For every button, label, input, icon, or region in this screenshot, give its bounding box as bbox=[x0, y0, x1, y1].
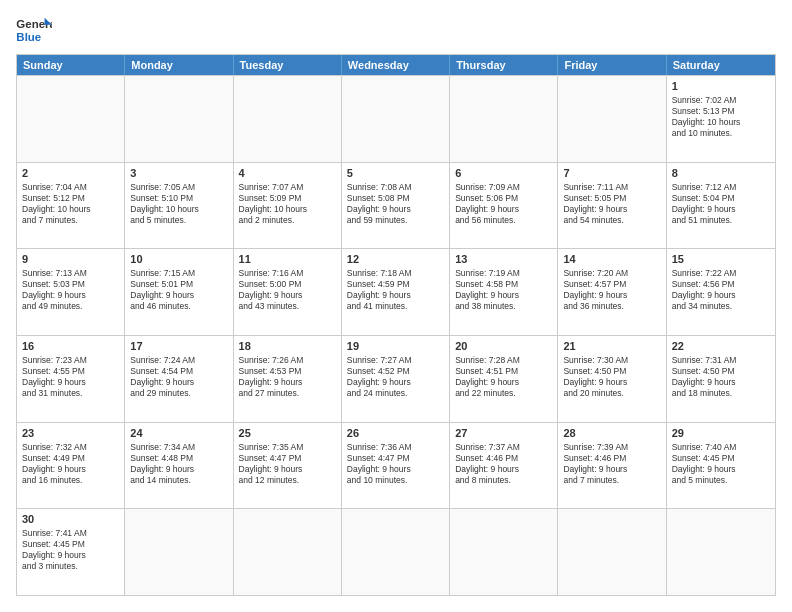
calendar-day-cell: 28Sunrise: 7:39 AM Sunset: 4:46 PM Dayli… bbox=[558, 423, 666, 509]
calendar-day-cell bbox=[125, 76, 233, 162]
calendar-day-cell bbox=[342, 76, 450, 162]
calendar-week-row: 2Sunrise: 7:04 AM Sunset: 5:12 PM Daylig… bbox=[17, 162, 775, 249]
calendar-day-cell: 23Sunrise: 7:32 AM Sunset: 4:49 PM Dayli… bbox=[17, 423, 125, 509]
day-info: Sunrise: 7:24 AM Sunset: 4:54 PM Dayligh… bbox=[130, 355, 227, 399]
day-number: 9 bbox=[22, 252, 119, 267]
day-info: Sunrise: 7:13 AM Sunset: 5:03 PM Dayligh… bbox=[22, 268, 119, 312]
calendar-day-cell: 22Sunrise: 7:31 AM Sunset: 4:50 PM Dayli… bbox=[667, 336, 775, 422]
day-number: 12 bbox=[347, 252, 444, 267]
calendar-day-cell bbox=[234, 76, 342, 162]
calendar-day-cell: 1Sunrise: 7:02 AM Sunset: 5:13 PM Daylig… bbox=[667, 76, 775, 162]
day-info: Sunrise: 7:31 AM Sunset: 4:50 PM Dayligh… bbox=[672, 355, 770, 399]
calendar-day-cell: 18Sunrise: 7:26 AM Sunset: 4:53 PM Dayli… bbox=[234, 336, 342, 422]
day-info: Sunrise: 7:22 AM Sunset: 4:56 PM Dayligh… bbox=[672, 268, 770, 312]
weekday-header-thursday: Thursday bbox=[450, 55, 558, 75]
day-info: Sunrise: 7:05 AM Sunset: 5:10 PM Dayligh… bbox=[130, 182, 227, 226]
calendar-week-row: 23Sunrise: 7:32 AM Sunset: 4:49 PM Dayli… bbox=[17, 422, 775, 509]
day-number: 24 bbox=[130, 426, 227, 441]
calendar-body: 1Sunrise: 7:02 AM Sunset: 5:13 PM Daylig… bbox=[17, 75, 775, 595]
day-info: Sunrise: 7:39 AM Sunset: 4:46 PM Dayligh… bbox=[563, 442, 660, 486]
calendar-day-cell bbox=[17, 76, 125, 162]
calendar-day-cell: 26Sunrise: 7:36 AM Sunset: 4:47 PM Dayli… bbox=[342, 423, 450, 509]
calendar-day-cell: 13Sunrise: 7:19 AM Sunset: 4:58 PM Dayli… bbox=[450, 249, 558, 335]
day-number: 10 bbox=[130, 252, 227, 267]
calendar-day-cell: 10Sunrise: 7:15 AM Sunset: 5:01 PM Dayli… bbox=[125, 249, 233, 335]
day-number: 26 bbox=[347, 426, 444, 441]
day-info: Sunrise: 7:30 AM Sunset: 4:50 PM Dayligh… bbox=[563, 355, 660, 399]
day-number: 30 bbox=[22, 512, 119, 527]
day-number: 17 bbox=[130, 339, 227, 354]
day-info: Sunrise: 7:08 AM Sunset: 5:08 PM Dayligh… bbox=[347, 182, 444, 226]
day-number: 6 bbox=[455, 166, 552, 181]
day-number: 8 bbox=[672, 166, 770, 181]
calendar-day-cell bbox=[450, 76, 558, 162]
day-info: Sunrise: 7:36 AM Sunset: 4:47 PM Dayligh… bbox=[347, 442, 444, 486]
day-info: Sunrise: 7:37 AM Sunset: 4:46 PM Dayligh… bbox=[455, 442, 552, 486]
calendar-day-cell: 20Sunrise: 7:28 AM Sunset: 4:51 PM Dayli… bbox=[450, 336, 558, 422]
day-info: Sunrise: 7:04 AM Sunset: 5:12 PM Dayligh… bbox=[22, 182, 119, 226]
logo: General Blue bbox=[16, 16, 52, 46]
day-number: 25 bbox=[239, 426, 336, 441]
calendar-day-cell bbox=[234, 509, 342, 595]
calendar-day-cell: 27Sunrise: 7:37 AM Sunset: 4:46 PM Dayli… bbox=[450, 423, 558, 509]
day-number: 7 bbox=[563, 166, 660, 181]
day-info: Sunrise: 7:35 AM Sunset: 4:47 PM Dayligh… bbox=[239, 442, 336, 486]
day-number: 28 bbox=[563, 426, 660, 441]
day-info: Sunrise: 7:28 AM Sunset: 4:51 PM Dayligh… bbox=[455, 355, 552, 399]
calendar-day-cell: 9Sunrise: 7:13 AM Sunset: 5:03 PM Daylig… bbox=[17, 249, 125, 335]
day-number: 11 bbox=[239, 252, 336, 267]
calendar-week-row: 16Sunrise: 7:23 AM Sunset: 4:55 PM Dayli… bbox=[17, 335, 775, 422]
day-number: 15 bbox=[672, 252, 770, 267]
day-info: Sunrise: 7:20 AM Sunset: 4:57 PM Dayligh… bbox=[563, 268, 660, 312]
weekday-header-tuesday: Tuesday bbox=[234, 55, 342, 75]
day-info: Sunrise: 7:11 AM Sunset: 5:05 PM Dayligh… bbox=[563, 182, 660, 226]
day-number: 5 bbox=[347, 166, 444, 181]
day-info: Sunrise: 7:26 AM Sunset: 4:53 PM Dayligh… bbox=[239, 355, 336, 399]
svg-text:Blue: Blue bbox=[16, 31, 41, 43]
day-info: Sunrise: 7:19 AM Sunset: 4:58 PM Dayligh… bbox=[455, 268, 552, 312]
calendar-day-cell bbox=[450, 509, 558, 595]
calendar-day-cell: 17Sunrise: 7:24 AM Sunset: 4:54 PM Dayli… bbox=[125, 336, 233, 422]
day-number: 4 bbox=[239, 166, 336, 181]
calendar-day-cell: 25Sunrise: 7:35 AM Sunset: 4:47 PM Dayli… bbox=[234, 423, 342, 509]
day-info: Sunrise: 7:41 AM Sunset: 4:45 PM Dayligh… bbox=[22, 528, 119, 572]
day-info: Sunrise: 7:27 AM Sunset: 4:52 PM Dayligh… bbox=[347, 355, 444, 399]
day-number: 2 bbox=[22, 166, 119, 181]
day-info: Sunrise: 7:07 AM Sunset: 5:09 PM Dayligh… bbox=[239, 182, 336, 226]
day-info: Sunrise: 7:15 AM Sunset: 5:01 PM Dayligh… bbox=[130, 268, 227, 312]
calendar-day-cell: 3Sunrise: 7:05 AM Sunset: 5:10 PM Daylig… bbox=[125, 163, 233, 249]
weekday-header-friday: Friday bbox=[558, 55, 666, 75]
day-number: 19 bbox=[347, 339, 444, 354]
calendar-day-cell: 4Sunrise: 7:07 AM Sunset: 5:09 PM Daylig… bbox=[234, 163, 342, 249]
day-number: 20 bbox=[455, 339, 552, 354]
day-info: Sunrise: 7:12 AM Sunset: 5:04 PM Dayligh… bbox=[672, 182, 770, 226]
day-number: 16 bbox=[22, 339, 119, 354]
calendar-day-cell bbox=[342, 509, 450, 595]
calendar-day-cell: 30Sunrise: 7:41 AM Sunset: 4:45 PM Dayli… bbox=[17, 509, 125, 595]
calendar-week-row: 1Sunrise: 7:02 AM Sunset: 5:13 PM Daylig… bbox=[17, 75, 775, 162]
day-number: 3 bbox=[130, 166, 227, 181]
calendar-day-cell: 2Sunrise: 7:04 AM Sunset: 5:12 PM Daylig… bbox=[17, 163, 125, 249]
calendar-day-cell bbox=[558, 509, 666, 595]
calendar-day-cell: 16Sunrise: 7:23 AM Sunset: 4:55 PM Dayli… bbox=[17, 336, 125, 422]
weekday-header-wednesday: Wednesday bbox=[342, 55, 450, 75]
calendar-header-row: SundayMondayTuesdayWednesdayThursdayFrid… bbox=[17, 55, 775, 75]
day-info: Sunrise: 7:40 AM Sunset: 4:45 PM Dayligh… bbox=[672, 442, 770, 486]
calendar-day-cell: 11Sunrise: 7:16 AM Sunset: 5:00 PM Dayli… bbox=[234, 249, 342, 335]
calendar-day-cell: 19Sunrise: 7:27 AM Sunset: 4:52 PM Dayli… bbox=[342, 336, 450, 422]
calendar-day-cell: 5Sunrise: 7:08 AM Sunset: 5:08 PM Daylig… bbox=[342, 163, 450, 249]
calendar-day-cell bbox=[667, 509, 775, 595]
day-number: 13 bbox=[455, 252, 552, 267]
calendar-day-cell: 29Sunrise: 7:40 AM Sunset: 4:45 PM Dayli… bbox=[667, 423, 775, 509]
day-number: 27 bbox=[455, 426, 552, 441]
weekday-header-sunday: Sunday bbox=[17, 55, 125, 75]
calendar-page: General Blue SundayMondayTuesdayWednesda… bbox=[0, 0, 792, 612]
day-info: Sunrise: 7:32 AM Sunset: 4:49 PM Dayligh… bbox=[22, 442, 119, 486]
day-info: Sunrise: 7:16 AM Sunset: 5:00 PM Dayligh… bbox=[239, 268, 336, 312]
weekday-header-saturday: Saturday bbox=[667, 55, 775, 75]
day-info: Sunrise: 7:02 AM Sunset: 5:13 PM Dayligh… bbox=[672, 95, 770, 139]
day-number: 1 bbox=[672, 79, 770, 94]
day-number: 14 bbox=[563, 252, 660, 267]
calendar-day-cell: 12Sunrise: 7:18 AM Sunset: 4:59 PM Dayli… bbox=[342, 249, 450, 335]
calendar-week-row: 30Sunrise: 7:41 AM Sunset: 4:45 PM Dayli… bbox=[17, 508, 775, 595]
